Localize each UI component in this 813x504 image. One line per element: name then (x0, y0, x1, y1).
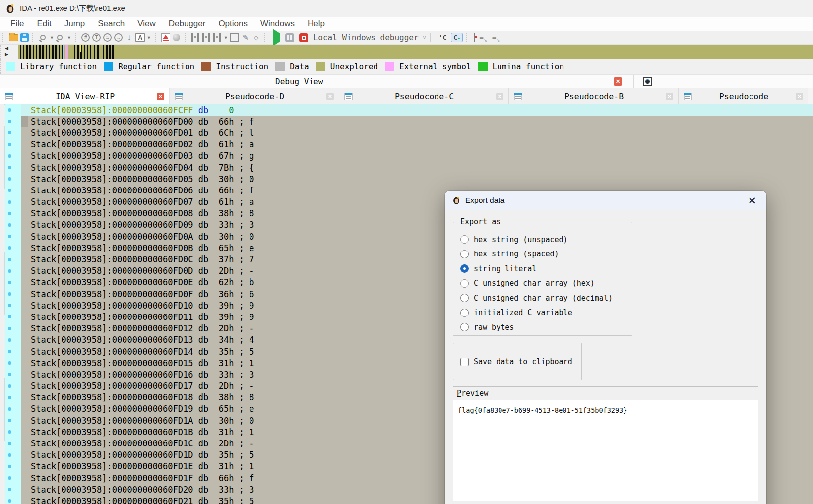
tab-pseudocode-d[interactable]: Pseudocode-D✕ (170, 88, 339, 104)
save-button[interactable] (19, 32, 29, 43)
sphere-button[interactable] (172, 32, 182, 43)
desktop-layout-button[interactable] (472, 33, 477, 42)
tree-expand-button[interactable]: ≡↘ (479, 33, 487, 43)
breakpoint-dot-icon[interactable] (8, 419, 11, 422)
navigation-band[interactable] (18, 45, 813, 59)
jump-name-button[interactable]: T (92, 32, 102, 43)
breakpoint-dot-icon[interactable] (8, 166, 11, 169)
row-content[interactable]: Stack[00003958]:000000000060FD05 db 30h … (21, 173, 813, 185)
menu-item-view[interactable]: View (131, 18, 162, 30)
chevron-down-icon[interactable]: ▼ (224, 35, 228, 40)
breakpoint-dot-icon[interactable] (8, 430, 11, 434)
breakpoint-dot-icon[interactable] (8, 373, 11, 376)
jump-address-button[interactable]: # (81, 32, 91, 43)
breakpoint-dot-icon[interactable] (8, 407, 11, 411)
breakpoint-dot-icon[interactable] (8, 258, 11, 261)
breakpoint-dot-icon[interactable] (8, 131, 11, 134)
listing-row[interactable]: Stack[00003958]:000000000060FD00 db 66h … (0, 116, 813, 127)
radio-button[interactable] (460, 309, 469, 317)
breakpoint-dot-icon[interactable] (8, 361, 11, 365)
tab-pseudocode-c[interactable]: Pseudocode-C✕ (339, 88, 509, 104)
save-clipboard-checkbox[interactable] (460, 358, 469, 366)
struct-button-3[interactable] (212, 32, 222, 43)
scroll-left-icon[interactable]: ◀ (5, 46, 8, 51)
listing-row[interactable]: Stack[00003958]:000000000060FD05 db 30h … (0, 173, 813, 185)
export-option[interactable]: hex string (spaced) (460, 247, 632, 262)
jump-down-button[interactable]: ↓ (125, 32, 134, 43)
breakpoint-dot-icon[interactable] (8, 304, 11, 307)
text-options-button[interactable]: A (135, 32, 145, 43)
breakpoint-dot-icon[interactable] (8, 488, 11, 491)
radio-button-selected[interactable] (460, 264, 469, 273)
breakpoint-dot-icon[interactable] (8, 200, 11, 204)
breakpoint-dot-icon[interactable] (8, 465, 11, 468)
breakpoint-dot-icon[interactable] (8, 499, 11, 503)
jump-segment-button[interactable]: ≈ (103, 32, 113, 43)
breakpoint-dot-icon[interactable] (8, 281, 11, 284)
menu-item-debugger[interactable]: Debugger (162, 18, 212, 30)
breakpoint-button[interactable] (161, 32, 171, 43)
struct-button-1[interactable] (190, 32, 200, 43)
dialog-title-bar[interactable]: Export data ✕ (445, 191, 766, 210)
menu-item-help[interactable]: Help (301, 18, 331, 30)
debugger-selector[interactable]: Local Windows debugger (313, 33, 419, 42)
edit-button[interactable]: ✎ (241, 32, 250, 43)
open-file-button[interactable] (8, 32, 18, 43)
breakpoint-dot-icon[interactable] (8, 154, 11, 158)
listing-row[interactable]: Stack[00003958]:000000000060FD04 db 7Bh … (0, 162, 813, 173)
row-content[interactable]: Stack[00003958]:000000000060FD04 db 7Bh … (21, 162, 813, 173)
debugger-start-button[interactable] (270, 33, 283, 42)
listing-row[interactable]: Stack[00003958]:000000000060FCFF db 0 (0, 104, 813, 116)
tab-close-button[interactable]: ✕ (496, 93, 503, 100)
undo-jump-button[interactable] (38, 32, 48, 43)
run-c-button[interactable]: C▸ (451, 33, 463, 42)
breakpoint-dot-icon[interactable] (8, 235, 11, 238)
chevron-down-icon[interactable]: ∨ (423, 34, 427, 41)
listing-row[interactable]: Stack[00003958]:000000000060FD03 db 67h … (0, 150, 813, 162)
menu-item-file[interactable]: File (4, 18, 30, 30)
breakpoint-dot-icon[interactable] (8, 212, 11, 215)
panel-window-button[interactable] (643, 77, 652, 86)
tab-close-button[interactable]: ✕ (666, 93, 673, 100)
export-option[interactable]: C unsigned char array (decimal) (460, 291, 632, 306)
row-content[interactable]: Stack[00003958]:000000000060FD02 db 61h … (21, 139, 813, 150)
debugger-pause-button[interactable] (285, 33, 294, 42)
breakpoint-dot-icon[interactable] (8, 223, 11, 227)
chevron-down-icon[interactable]: ▼ (67, 35, 71, 40)
struct-button-2[interactable] (201, 32, 211, 43)
breakpoint-dot-icon[interactable] (8, 350, 11, 353)
breakpoint-dot-icon[interactable] (8, 143, 11, 146)
breakpoint-dot-icon[interactable] (8, 338, 11, 342)
radio-button[interactable] (460, 323, 469, 331)
breakpoint-dot-icon[interactable] (8, 177, 11, 181)
debug-view-close-button[interactable]: ✕ (614, 77, 622, 86)
breakpoint-dot-icon[interactable] (8, 120, 11, 123)
jump-forward-button[interactable]: → (114, 32, 124, 43)
tab-pseudocode-b[interactable]: Pseudocode-B✕ (509, 88, 679, 104)
radio-button[interactable] (460, 250, 469, 258)
breakpoint-dot-icon[interactable] (8, 246, 11, 250)
row-content[interactable]: Stack[00003958]:000000000060FCFF db 0 (21, 104, 813, 116)
breakpoint-dot-icon[interactable] (8, 269, 11, 273)
breakpoint-dot-icon[interactable] (8, 108, 11, 112)
listing-row[interactable]: Stack[00003958]:000000000060FD02 db 61h … (0, 139, 813, 150)
breakpoint-dot-icon[interactable] (8, 453, 11, 457)
breakpoint-dot-icon[interactable] (8, 189, 11, 192)
export-option[interactable]: hex string (unspaced) (460, 232, 632, 247)
window-button-1[interactable] (230, 32, 240, 43)
menu-item-search[interactable]: Search (91, 18, 131, 30)
breakpoint-dot-icon[interactable] (8, 476, 11, 480)
band-scroll-arrows[interactable]: ◀▶ (5, 46, 8, 57)
row-content[interactable]: Stack[00003958]:000000000060FD00 db 66h … (21, 116, 813, 127)
menu-item-windows[interactable]: Windows (254, 18, 301, 30)
scroll-right-icon[interactable]: ▶ (5, 52, 8, 57)
menu-item-jump[interactable]: Jump (58, 18, 92, 30)
dialog-close-button[interactable]: ✕ (745, 195, 759, 206)
tab-ida-view-rip[interactable]: IDA View-RIP✕ (0, 88, 170, 104)
tab-close-button[interactable]: ✕ (796, 93, 803, 100)
radio-button[interactable] (460, 279, 469, 288)
radio-button[interactable] (460, 235, 469, 244)
tab-close-button[interactable]: ✕ (157, 93, 164, 100)
export-option[interactable]: raw bytes (460, 320, 632, 335)
row-content[interactable]: Stack[00003958]:000000000060FD03 db 67h … (21, 150, 813, 162)
